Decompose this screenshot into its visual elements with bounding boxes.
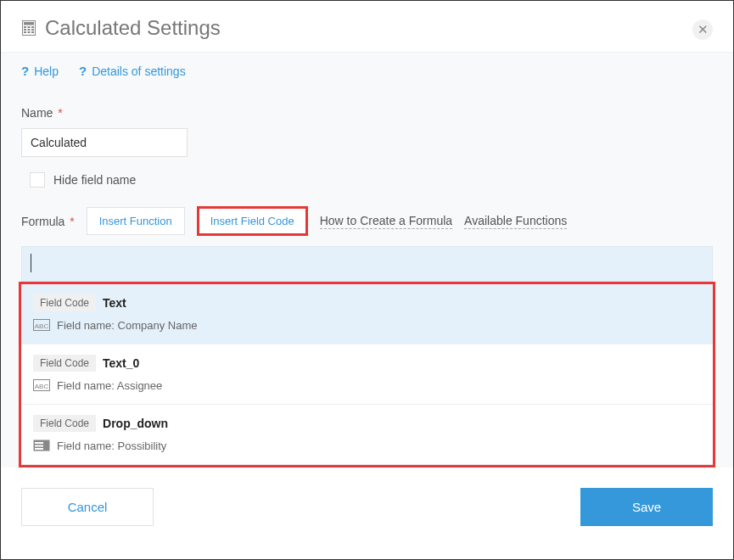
field-code-item[interactable]: Field Code Text_0 ABC Field name: Assign… xyxy=(21,344,713,405)
hide-field-label: Hide field name xyxy=(53,173,136,187)
svg-rect-1 xyxy=(24,22,34,25)
formula-label: Formula * xyxy=(21,215,75,228)
hide-field-checkbox[interactable] xyxy=(30,172,45,188)
svg-rect-9 xyxy=(28,31,31,33)
field-code-badge: Field Code xyxy=(33,415,96,432)
help-link[interactable]: ? Help xyxy=(21,64,59,78)
svg-rect-4 xyxy=(31,26,34,28)
field-code-item[interactable]: Field Code Drop_down Field name: Possibi… xyxy=(21,405,713,465)
how-to-link[interactable]: How to Create a Formula xyxy=(320,214,452,229)
details-link-label: Details of settings xyxy=(92,64,186,78)
field-item-header: Field Code Drop_down xyxy=(33,415,701,432)
field-item-header: Field Code Text xyxy=(33,294,701,311)
svg-rect-7 xyxy=(31,29,34,31)
insert-field-code-button[interactable]: Insert Field Code xyxy=(197,206,308,236)
required-marker: * xyxy=(54,106,62,120)
insert-function-button[interactable]: Insert Function xyxy=(87,207,185,235)
question-icon: ? xyxy=(21,64,29,78)
svg-text:ABC: ABC xyxy=(35,383,49,390)
dialog-scroll-area[interactable]: ? Help ? Details of settings Name * Hide… xyxy=(1,52,733,560)
close-icon: ✕ xyxy=(698,22,709,37)
text-cursor xyxy=(31,254,31,272)
field-code-item[interactable]: Field Code Text ABC Field name: Company … xyxy=(21,284,713,344)
calculated-settings-dialog: Calculated Settings ✕ ? Help ? Details o… xyxy=(0,0,734,560)
field-code-value: Drop_down xyxy=(103,417,168,430)
dialog-footer: Cancel Save xyxy=(1,468,733,546)
help-link-label: Help xyxy=(34,64,59,78)
svg-rect-17 xyxy=(35,445,43,447)
help-bar: ? Help ? Details of settings xyxy=(1,52,733,89)
field-item-detail: ABC Field name: Company Name xyxy=(33,318,701,332)
text-field-icon: ABC xyxy=(33,378,50,392)
name-input[interactable] xyxy=(21,128,188,157)
field-item-detail: ABC Field name: Assignee xyxy=(33,378,701,392)
form-body: Name * Hide field name Formula * Insert … xyxy=(1,89,733,468)
svg-rect-2 xyxy=(24,26,26,28)
svg-rect-8 xyxy=(24,31,26,33)
svg-rect-3 xyxy=(28,26,31,28)
calculator-icon xyxy=(21,20,36,36)
field-item-detail: Field name: Possibility xyxy=(33,439,701,452)
hide-field-row: Hide field name xyxy=(30,172,713,188)
details-link[interactable]: ? Details of settings xyxy=(79,64,186,78)
field-code-badge: Field Code xyxy=(33,355,96,372)
svg-rect-16 xyxy=(35,442,43,444)
close-button[interactable]: ✕ xyxy=(692,20,713,40)
formula-toolbar: Formula * Insert Function Insert Field C… xyxy=(21,206,713,236)
svg-rect-18 xyxy=(35,448,43,450)
svg-rect-10 xyxy=(31,31,34,33)
question-icon: ? xyxy=(79,64,87,78)
svg-rect-6 xyxy=(28,29,31,31)
formula-label-text: Formula xyxy=(21,215,64,228)
name-label-text: Name xyxy=(21,106,53,120)
field-code-value: Text xyxy=(103,296,126,310)
field-name-text: Field name: Possibility xyxy=(57,440,166,452)
text-field-icon: ABC xyxy=(33,318,50,332)
field-name-text: Field name: Assignee xyxy=(57,379,162,392)
save-button[interactable]: Save xyxy=(580,488,713,526)
field-code-badge: Field Code xyxy=(33,294,96,311)
field-code-dropdown-scroll[interactable]: Field Code Text ABC Field name: Company … xyxy=(21,284,713,465)
field-item-header: Field Code Text_0 xyxy=(33,355,701,372)
svg-text:ABC: ABC xyxy=(35,322,49,330)
cancel-button[interactable]: Cancel xyxy=(21,488,154,526)
svg-rect-5 xyxy=(24,29,26,31)
available-functions-link[interactable]: Available Functions xyxy=(464,214,567,229)
dialog-title: Calculated Settings xyxy=(45,16,221,40)
field-code-value: Text_0 xyxy=(103,356,139,370)
required-marker: * xyxy=(66,215,74,228)
field-code-dropdown: Field Code Text ABC Field name: Company … xyxy=(19,282,715,468)
field-name-text: Field name: Company Name xyxy=(57,319,197,332)
formula-textarea[interactable] xyxy=(21,246,713,282)
name-label: Name * xyxy=(21,106,713,120)
dialog-header: Calculated Settings xyxy=(1,1,733,52)
dropdown-field-icon xyxy=(33,439,50,452)
